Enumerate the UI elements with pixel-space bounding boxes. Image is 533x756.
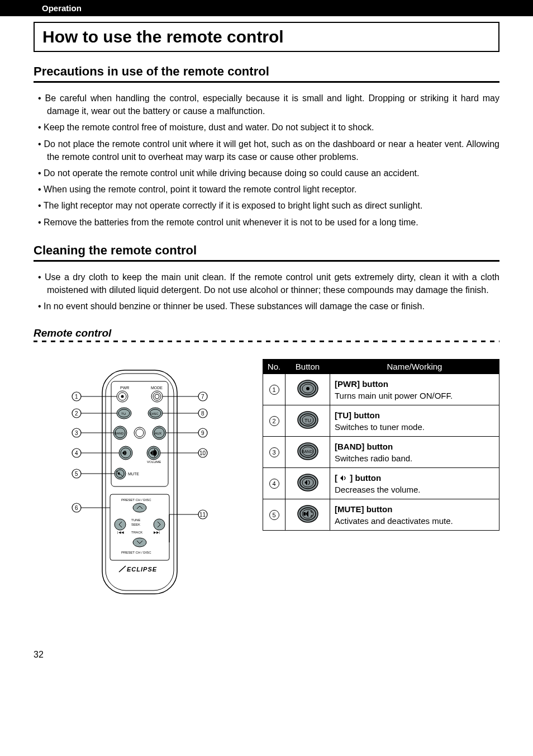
row-number-icon: 1 bbox=[269, 385, 279, 395]
band-button-icon: BAND bbox=[296, 440, 320, 462]
remote-control-diagram: PWR MODE TU DISC BAND AUX bbox=[34, 359, 246, 605]
table-header-button: Button bbox=[285, 360, 330, 374]
svg-text:TU: TU bbox=[121, 412, 126, 415]
precautions-list: Be careful when handling the control, es… bbox=[34, 92, 499, 229]
cleaning-heading: Cleaning the remote control bbox=[34, 243, 499, 258]
table-header-name: Name/Working bbox=[330, 360, 499, 374]
button-name: [PWR] button bbox=[335, 379, 388, 389]
svg-text:PRESET CH / DISC: PRESET CH / DISC bbox=[121, 551, 151, 554]
svg-text:MODE: MODE bbox=[151, 386, 163, 390]
list-item: Keep the remote control free of moisture… bbox=[47, 121, 499, 134]
svg-text:▶▶|: ▶▶| bbox=[154, 531, 160, 534]
speaker-low-icon bbox=[340, 475, 348, 481]
table-header-no: No. bbox=[263, 360, 285, 374]
svg-text:6: 6 bbox=[75, 505, 78, 511]
cleaning-list: Use a dry cloth to keep the main unit cl… bbox=[34, 271, 499, 313]
row-number-icon: 5 bbox=[269, 510, 279, 520]
button-name: [BAND] button bbox=[335, 442, 393, 451]
row-number-icon: 3 bbox=[269, 447, 279, 457]
svg-text:TUNE: TUNE bbox=[131, 518, 140, 522]
table-row: 3 BAND [BAND] button Switches radio bbox=[263, 437, 499, 468]
svg-text:TU: TU bbox=[304, 418, 311, 423]
svg-text:4: 4 bbox=[75, 450, 78, 456]
svg-text:BAND: BAND bbox=[115, 432, 124, 435]
list-item: When using the remote control, point it … bbox=[47, 183, 499, 196]
table-row: 4 [ ] button bbox=[263, 468, 499, 499]
svg-text:3: 3 bbox=[75, 430, 78, 436]
table-row: 2 TU [TU] button Switches to tuner m bbox=[263, 405, 499, 437]
list-item: Remove the batteries from the remote con… bbox=[47, 216, 499, 229]
section-header-bar: Operation bbox=[0, 0, 533, 16]
button-desc: Decreases the volume. bbox=[335, 485, 420, 494]
page-number: 32 bbox=[34, 650, 499, 660]
row-number-icon: 4 bbox=[269, 479, 279, 489]
list-item: Be careful when handling the control, es… bbox=[47, 92, 499, 117]
divider bbox=[34, 81, 499, 83]
button-name: [TU] button bbox=[335, 410, 380, 420]
tu-button-icon: TU bbox=[296, 409, 320, 431]
svg-text:AUX: AUX bbox=[155, 432, 161, 435]
button-name: [MUTE] button bbox=[335, 504, 392, 514]
svg-point-36 bbox=[133, 503, 146, 512]
svg-text:2: 2 bbox=[75, 410, 78, 417]
vol-down-button-icon bbox=[296, 471, 320, 494]
svg-text:ECLIPSE: ECLIPSE bbox=[127, 566, 157, 573]
pwr-button-icon bbox=[296, 377, 320, 400]
svg-text:10: 10 bbox=[199, 450, 206, 456]
svg-text:9: 9 bbox=[201, 430, 204, 436]
svg-text:7: 7 bbox=[201, 394, 204, 400]
list-item: Do not operate the remote control unit w… bbox=[47, 167, 499, 179]
row-number-icon: 2 bbox=[269, 416, 279, 426]
list-item: Use a dry cloth to keep the main unit cl… bbox=[47, 271, 499, 296]
list-item: Do not place the remote control unit whe… bbox=[47, 138, 499, 163]
svg-text:VOLUME: VOLUME bbox=[147, 460, 161, 464]
button-desc: Switches to tuner mode. bbox=[335, 422, 425, 432]
svg-text:5: 5 bbox=[75, 471, 78, 477]
button-name: [ ] button bbox=[335, 473, 381, 483]
svg-point-37 bbox=[115, 519, 126, 530]
svg-text:11: 11 bbox=[199, 512, 206, 518]
list-item: The light receptor may not operate corre… bbox=[47, 199, 499, 212]
svg-text:PWR: PWR bbox=[120, 386, 129, 390]
remote-control-subheading: Remote control bbox=[34, 327, 499, 339]
list-item: In no event should benzine or thinner be… bbox=[47, 300, 499, 313]
button-desc: Activates and deactivates mute. bbox=[335, 516, 453, 526]
svg-text:PRESET CH / DISC: PRESET CH / DISC bbox=[121, 498, 151, 502]
svg-text:|◀◀: |◀◀ bbox=[117, 531, 124, 534]
svg-text:1: 1 bbox=[75, 394, 78, 400]
button-desc: Switches radio band. bbox=[335, 453, 412, 463]
svg-point-44 bbox=[133, 538, 146, 547]
table-row: 1 [PWR] button Turns main unit powe bbox=[263, 374, 499, 405]
svg-text:MUTE: MUTE bbox=[128, 472, 139, 476]
svg-text:DISC: DISC bbox=[150, 412, 159, 415]
dashed-divider bbox=[34, 341, 499, 342]
svg-text:TRACK: TRACK bbox=[131, 531, 142, 534]
svg-text:8: 8 bbox=[201, 410, 204, 417]
table-row: 5 bbox=[263, 499, 499, 531]
button-table: No. Button Name/Working 1 bbox=[263, 359, 499, 531]
mute-button-icon bbox=[296, 503, 320, 525]
page-title: How to use the remote control bbox=[34, 22, 499, 52]
button-desc: Turns main unit power ON/OFF. bbox=[335, 391, 453, 400]
svg-text:BAND: BAND bbox=[302, 450, 312, 453]
divider bbox=[34, 260, 499, 262]
svg-point-85 bbox=[306, 387, 310, 390]
precautions-heading: Precautions in use of the remote control bbox=[34, 64, 499, 79]
svg-text:SEEK: SEEK bbox=[131, 523, 140, 526]
svg-point-7 bbox=[121, 395, 124, 398]
svg-point-40 bbox=[154, 519, 165, 530]
svg-rect-100 bbox=[303, 512, 306, 516]
